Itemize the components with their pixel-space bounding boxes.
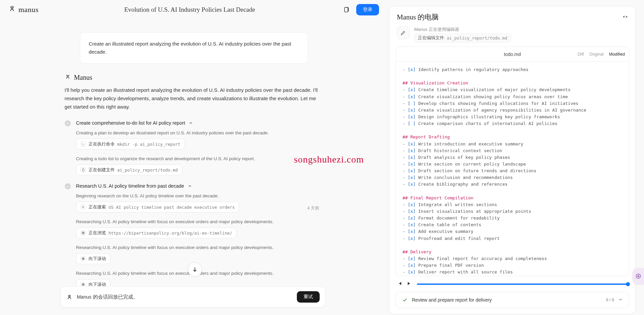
action-chip[interactable]: 向下滚动: [76, 253, 110, 264]
panel-title: Manus 的电脑: [397, 12, 439, 22]
conversation: Create an illustrated report analyzing t…: [0, 19, 387, 286]
page-counter: 8 / 8: [606, 298, 614, 302]
sparkle-icon: [635, 273, 642, 279]
file-tab-name[interactable]: todo.md: [504, 52, 521, 57]
collapse-button[interactable]: [623, 14, 628, 20]
brand-text: manus: [18, 5, 39, 14]
chip-label: 正在创建文件: [89, 167, 115, 173]
editor-status-small: Manus 正在使用编辑器: [414, 26, 511, 33]
chip-mono: https://bipartisanpolicy.org/blog/ai-eo-…: [109, 231, 232, 236]
action-chip[interactable]: 正在搜索 US AI policy timeline past decade e…: [76, 202, 239, 212]
manus-small-icon: [66, 294, 73, 300]
step-note: Researching U.S. AI policy timeline with…: [76, 242, 323, 251]
globe-icon: [80, 256, 86, 261]
pen-icon: [400, 30, 406, 36]
step: Create comprehensive to-do list for AI p…: [65, 118, 323, 179]
chevron-up-icon: [189, 121, 193, 125]
step-check-icon: [65, 120, 71, 126]
chip-label: 向下滚动: [89, 256, 106, 262]
footer-text: Review and prepare report for delivery: [412, 297, 602, 303]
skip-forward-icon: [407, 281, 412, 286]
progress-thumb[interactable]: [626, 282, 630, 286]
step-check-icon: [65, 183, 71, 189]
playback-bar: [389, 276, 635, 292]
check-icon: [402, 297, 408, 303]
chip-label: 向下滚动: [89, 281, 106, 286]
editor-file-chip[interactable]: 正在编辑文件 ai_policy_report/todo.md: [414, 34, 511, 43]
chip-mono: US AI policy timeline past decade execut…: [109, 205, 235, 210]
assistant-fab[interactable]: [633, 268, 644, 284]
progress-track[interactable]: [417, 284, 628, 285]
arrow-down-icon: [192, 266, 198, 272]
step-note: Researching U.S. AI policy timeline with…: [76, 216, 323, 226]
chevron-up-icon: [187, 184, 192, 188]
skip-back-icon: [397, 281, 402, 286]
skip-forward-button[interactable]: [407, 281, 412, 287]
search-icon: [80, 204, 86, 210]
globe-icon: [80, 282, 86, 286]
retry-button[interactable]: 重试: [297, 291, 320, 303]
topbar: manus Evolution of U.S. AI Industry Poli…: [0, 0, 387, 19]
status-bar: Manus 的会话回放已完成。 重试: [60, 286, 325, 308]
skip-back-button[interactable]: [397, 281, 402, 287]
action-chip[interactable]: 向下滚动: [76, 279, 110, 286]
agent-intro: I'll help you create an illustrated repo…: [65, 86, 323, 111]
chip-label: 正在搜索: [89, 204, 106, 210]
chip-label: 正在浏览: [89, 230, 106, 236]
manus-avatar-icon: [65, 74, 71, 81]
user-message: Create an illustrated report analyzing t…: [80, 32, 308, 64]
agent-name: Manus: [74, 74, 92, 81]
code-area[interactable]: - [x] Identify patterns in regulatory ap…: [396, 62, 629, 276]
view-diff[interactable]: Diff: [578, 52, 584, 57]
step-note: Beginning research on the U.S. AI policy…: [76, 191, 323, 200]
file-icon: [80, 167, 86, 173]
file-viewer: todo.md Diff Original Modified - [x] Ide…: [395, 47, 629, 276]
editor-status: Manus 正在使用编辑器 正在编辑文件 ai_policy_report/to…: [389, 25, 635, 47]
step-header[interactable]: Create comprehensive to-do list for AI p…: [76, 118, 323, 128]
chevron-up-icon: [618, 297, 623, 302]
editor-file-label: 正在编辑文件: [418, 35, 444, 41]
expand-button[interactable]: [618, 297, 623, 303]
chip-mono: ai_policy_report/todo.md: [117, 168, 178, 173]
step-note: Creating a todo list to organize the res…: [76, 153, 323, 163]
panel-footer: Review and prepare report for delivery 8…: [395, 292, 629, 308]
editor-file-path: ai_policy_report/todo.md: [447, 36, 507, 41]
svg-rect-0: [344, 7, 348, 12]
share-icon: [343, 6, 350, 13]
action-chip[interactable]: 正在执行命令 mkdir -p ai_policy_report: [76, 139, 185, 149]
step-note: Creating a plan to develop an illustrate…: [76, 128, 323, 137]
view-original[interactable]: Original: [589, 52, 604, 57]
globe-icon: [80, 230, 86, 236]
scroll-down-fab[interactable]: [188, 262, 202, 276]
page-title: Evolution of U.S. AI Industry Policies L…: [124, 6, 255, 13]
chip-mono: mkdir -p ai_policy_report: [117, 142, 180, 147]
computer-panel: Manus 的电脑 Manus 正在使用编辑器 正在编辑文件 ai_policy…: [389, 6, 636, 314]
brand[interactable]: manus: [8, 5, 39, 14]
svg-point-1: [82, 206, 84, 208]
editor-app-icon: [397, 26, 410, 39]
collapse-icon: [623, 14, 628, 19]
step-title: Create comprehensive to-do list for AI p…: [76, 120, 185, 126]
terminal-icon: [80, 141, 86, 147]
action-chip[interactable]: 正在浏览 https://bipartisanpolicy.org/blog/a…: [76, 228, 237, 238]
time-ago: 4 天前: [307, 205, 323, 211]
action-chip[interactable]: 正在创建文件 ai_policy_report/todo.md: [76, 165, 182, 175]
chip-label: 正在执行命令: [89, 141, 115, 147]
status-text: Manus 的会话回放已完成。: [77, 294, 293, 300]
login-button[interactable]: 登录: [356, 4, 379, 15]
view-modified[interactable]: Modified: [609, 52, 625, 57]
agent-header: Manus: [65, 74, 323, 81]
step-header[interactable]: Research U.S. AI policy timeline from pa…: [76, 181, 323, 191]
share-button[interactable]: [341, 4, 352, 15]
view-toggle: Diff Original Modified: [578, 52, 625, 57]
manus-logo-icon: [8, 5, 16, 14]
step-title: Research U.S. AI policy timeline from pa…: [76, 183, 184, 189]
